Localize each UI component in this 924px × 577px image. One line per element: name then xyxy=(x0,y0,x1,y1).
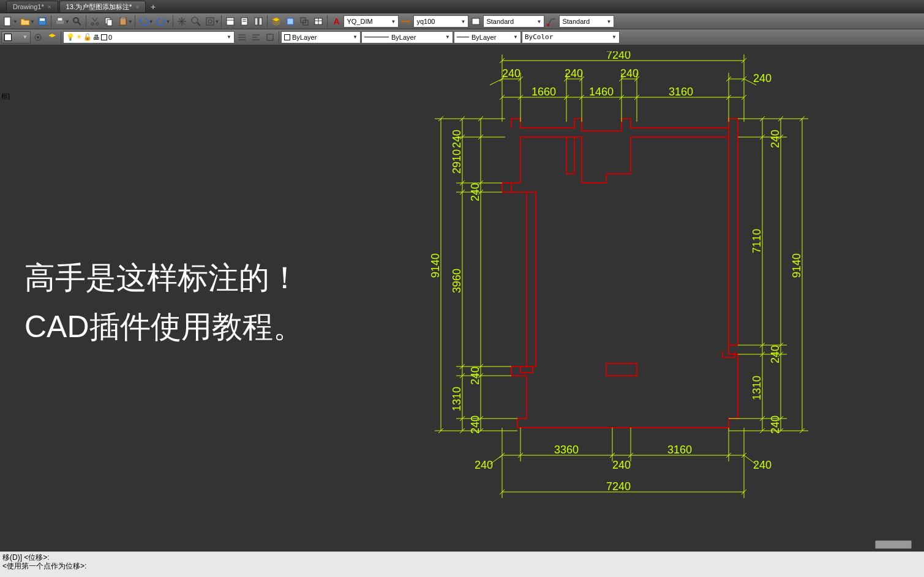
cut-button[interactable] xyxy=(88,15,102,28)
dim-label: 9140 xyxy=(429,253,441,278)
color-select[interactable]: ▼ xyxy=(1,31,31,43)
svg-point-34 xyxy=(37,36,39,39)
add-tab-button[interactable]: + xyxy=(147,2,159,12)
dim-label: 3160 xyxy=(669,86,693,98)
textstyle2-select[interactable]: Standard▼ xyxy=(559,15,614,28)
dropdown-arrow-icon[interactable]: ▼ xyxy=(30,19,35,24)
bylayer-color-select[interactable]: ByLayer▼ xyxy=(281,31,361,43)
dim-label: 1660 xyxy=(531,86,556,98)
preview-button[interactable] xyxy=(70,15,84,28)
sun-icon: ☀ xyxy=(76,33,82,41)
dim-label: 7110 xyxy=(751,229,763,253)
textstyle1-select[interactable]: Standard▼ xyxy=(483,15,544,28)
bycolor-select[interactable]: ByColor▼ xyxy=(522,31,620,43)
svg-rect-15 xyxy=(227,18,234,25)
properties-button[interactable] xyxy=(223,15,237,28)
separator xyxy=(221,15,222,28)
svg-point-32 xyxy=(547,24,549,26)
layer-states-button[interactable] xyxy=(235,31,249,44)
copy-button[interactable] xyxy=(102,15,116,28)
dim-label: 1310 xyxy=(451,387,463,411)
dim-label: 240 xyxy=(565,67,583,80)
sheet-button[interactable] xyxy=(238,15,251,28)
tab-current[interactable]: 13.为户型图添加标注* × xyxy=(59,1,146,13)
block-button[interactable] xyxy=(284,15,297,28)
horizontal-scrollbar-thumb[interactable] xyxy=(875,540,912,549)
toolbar-main: ▼ ▼ ▼ ▼ ▼ ▼ ▼ A YQ_DIM▼ yq100▼ Standard▼… xyxy=(0,13,924,29)
dim-label: 3160 xyxy=(667,444,692,456)
dropdown-arrow-icon[interactable]: ▼ xyxy=(65,19,70,24)
svg-rect-13 xyxy=(206,18,214,25)
dropdown-arrow-icon[interactable]: ▼ xyxy=(149,19,154,24)
bylayer-lineweight-select[interactable]: ByLayer▼ xyxy=(454,31,521,43)
dim-button[interactable] xyxy=(399,15,413,28)
save-button[interactable] xyxy=(36,15,49,28)
dim-label: 1460 xyxy=(589,86,614,98)
dim-label: 240 xyxy=(469,415,481,434)
tool-palette-button[interactable] xyxy=(252,15,265,28)
corner-label: 框] xyxy=(1,92,10,101)
dim-label: 240 xyxy=(451,130,463,148)
layer-match-button[interactable] xyxy=(249,31,263,44)
layer-iso-button[interactable] xyxy=(263,31,277,44)
svg-rect-2 xyxy=(40,18,45,21)
cmd-prompt: <使用第一个点作为位移>: xyxy=(2,562,922,570)
close-icon[interactable]: × xyxy=(48,4,51,10)
svg-line-12 xyxy=(197,23,200,26)
svg-line-6 xyxy=(78,22,81,25)
drawing-canvas[interactable]: 框] 高手是这样标注的！ CAD插件使用教程。 xyxy=(0,45,924,551)
dimstyle-select[interactable]: YQ_DIM▼ xyxy=(344,15,399,28)
dropdown-arrow-icon[interactable]: ▼ xyxy=(13,19,18,24)
svg-rect-0 xyxy=(4,17,10,26)
tab-label: 13.为户型图添加标注* xyxy=(66,2,132,12)
tab-label: Drawing1* xyxy=(13,3,44,10)
settings-button[interactable] xyxy=(31,31,45,44)
dim-label: 240 xyxy=(469,367,481,385)
dim-label: 240 xyxy=(753,459,772,471)
separator xyxy=(86,15,86,28)
mleader-button[interactable] xyxy=(545,15,558,28)
svg-rect-8 xyxy=(107,20,112,26)
plot-icon: 🖶 xyxy=(93,34,100,41)
bylayer-linetype-select[interactable]: ByLayer▼ xyxy=(361,31,453,43)
separator xyxy=(61,31,61,43)
toolbar-layers: ▼ 💡 ☀ 🔓 🖶 0 ▼ ByLayer▼ ByLayer▼ ByLayer▼… xyxy=(0,29,924,45)
dropdown-arrow-icon[interactable]: ▼ xyxy=(166,19,171,24)
svg-rect-22 xyxy=(287,18,293,24)
svg-rect-35 xyxy=(267,34,273,40)
svg-point-5 xyxy=(73,18,78,23)
separator xyxy=(279,31,279,43)
svg-point-11 xyxy=(192,17,198,23)
dim-label: 240 xyxy=(769,130,781,148)
svg-rect-31 xyxy=(472,18,479,24)
layers-button[interactable] xyxy=(45,31,59,44)
close-icon[interactable]: × xyxy=(135,4,139,10)
table-button[interactable] xyxy=(312,15,325,28)
separator xyxy=(267,15,268,28)
cmd-history: 移(D)] <位移>: xyxy=(2,553,922,562)
svg-rect-20 xyxy=(255,18,258,25)
separator xyxy=(135,15,135,28)
layer-select[interactable]: 💡 ☀ 🔓 🖶 0 ▼ xyxy=(63,31,235,43)
dim-label: 9140 xyxy=(791,253,803,278)
tab-drawing1[interactable]: Drawing1* × xyxy=(6,1,58,13)
dim-label: 7240 xyxy=(606,480,631,493)
text-style-button[interactable]: A xyxy=(329,15,343,28)
layer-button[interactable] xyxy=(269,15,283,28)
command-line[interactable]: 移(D)] <位移>: <使用第一个点作为位移>: xyxy=(0,551,924,577)
lock-icon: 🔓 xyxy=(83,33,92,41)
dim-label: 1310 xyxy=(751,376,763,400)
pan-button[interactable] xyxy=(175,15,189,28)
dim-label: 2910 xyxy=(451,149,463,174)
table-style-button[interactable] xyxy=(469,15,483,28)
dim-label: 3960 xyxy=(451,269,463,293)
dropdown-arrow-icon[interactable]: ▼ xyxy=(215,19,220,24)
dropdown-arrow-icon[interactable]: ▼ xyxy=(128,19,133,24)
svg-rect-21 xyxy=(259,18,262,25)
color-swatch xyxy=(101,34,107,40)
floor-plan-drawing: 7240 240 240 240 240 1660 1460 3160 9140… xyxy=(423,51,814,510)
linetype-select[interactable]: yq100▼ xyxy=(413,15,468,28)
dim-label: 240 xyxy=(769,415,781,434)
xref-button[interactable] xyxy=(298,15,311,28)
zoom-button[interactable] xyxy=(189,15,203,28)
